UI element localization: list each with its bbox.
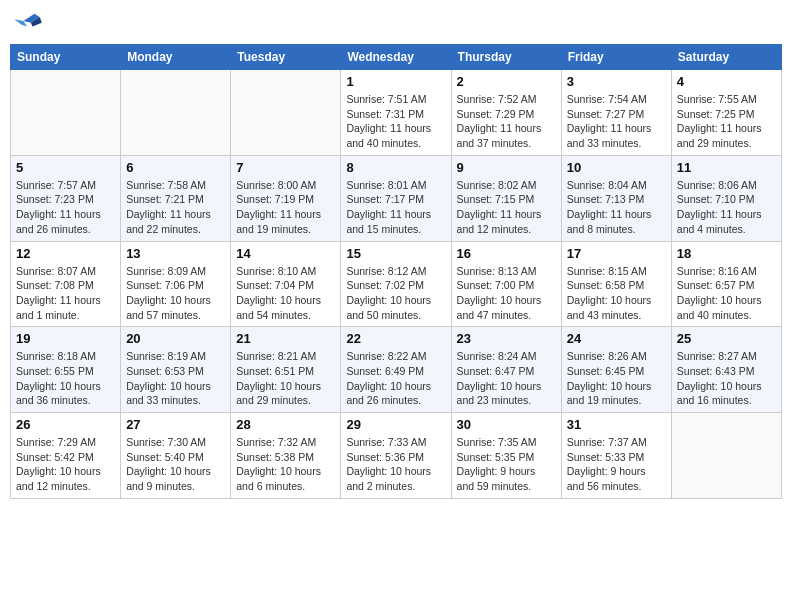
day-number: 22 bbox=[346, 331, 445, 346]
day-number: 26 bbox=[16, 417, 115, 432]
calendar-cell: 19Sunrise: 8:18 AMSunset: 6:55 PMDayligh… bbox=[11, 327, 121, 413]
calendar-cell bbox=[121, 70, 231, 156]
day-number: 20 bbox=[126, 331, 225, 346]
calendar-week-row: 5Sunrise: 7:57 AMSunset: 7:23 PMDaylight… bbox=[11, 155, 782, 241]
calendar-week-row: 12Sunrise: 8:07 AMSunset: 7:08 PMDayligh… bbox=[11, 241, 782, 327]
day-detail: Sunrise: 8:21 AMSunset: 6:51 PMDaylight:… bbox=[236, 349, 335, 408]
day-detail: Sunrise: 8:18 AMSunset: 6:55 PMDaylight:… bbox=[16, 349, 115, 408]
day-number: 24 bbox=[567, 331, 666, 346]
day-of-week-header: Friday bbox=[561, 45, 671, 70]
calendar-cell: 14Sunrise: 8:10 AMSunset: 7:04 PMDayligh… bbox=[231, 241, 341, 327]
day-detail: Sunrise: 7:55 AMSunset: 7:25 PMDaylight:… bbox=[677, 92, 776, 151]
calendar-header-row: SundayMondayTuesdayWednesdayThursdayFrid… bbox=[11, 45, 782, 70]
day-detail: Sunrise: 8:09 AMSunset: 7:06 PMDaylight:… bbox=[126, 264, 225, 323]
day-number: 19 bbox=[16, 331, 115, 346]
logo-icon bbox=[14, 10, 42, 32]
day-detail: Sunrise: 8:00 AMSunset: 7:19 PMDaylight:… bbox=[236, 178, 335, 237]
calendar-cell: 20Sunrise: 8:19 AMSunset: 6:53 PMDayligh… bbox=[121, 327, 231, 413]
calendar-cell: 11Sunrise: 8:06 AMSunset: 7:10 PMDayligh… bbox=[671, 155, 781, 241]
day-of-week-header: Thursday bbox=[451, 45, 561, 70]
day-detail: Sunrise: 8:16 AMSunset: 6:57 PMDaylight:… bbox=[677, 264, 776, 323]
day-number: 30 bbox=[457, 417, 556, 432]
day-detail: Sunrise: 7:33 AMSunset: 5:36 PMDaylight:… bbox=[346, 435, 445, 494]
day-detail: Sunrise: 7:37 AMSunset: 5:33 PMDaylight:… bbox=[567, 435, 666, 494]
calendar-cell: 30Sunrise: 7:35 AMSunset: 5:35 PMDayligh… bbox=[451, 413, 561, 499]
day-number: 1 bbox=[346, 74, 445, 89]
day-number: 23 bbox=[457, 331, 556, 346]
calendar-cell bbox=[671, 413, 781, 499]
calendar-cell: 3Sunrise: 7:54 AMSunset: 7:27 PMDaylight… bbox=[561, 70, 671, 156]
calendar-cell: 8Sunrise: 8:01 AMSunset: 7:17 PMDaylight… bbox=[341, 155, 451, 241]
page-header bbox=[10, 10, 782, 36]
day-detail: Sunrise: 8:15 AMSunset: 6:58 PMDaylight:… bbox=[567, 264, 666, 323]
day-number: 11 bbox=[677, 160, 776, 175]
day-detail: Sunrise: 8:04 AMSunset: 7:13 PMDaylight:… bbox=[567, 178, 666, 237]
day-number: 8 bbox=[346, 160, 445, 175]
calendar-cell: 5Sunrise: 7:57 AMSunset: 7:23 PMDaylight… bbox=[11, 155, 121, 241]
day-of-week-header: Monday bbox=[121, 45, 231, 70]
day-number: 5 bbox=[16, 160, 115, 175]
calendar-cell: 28Sunrise: 7:32 AMSunset: 5:38 PMDayligh… bbox=[231, 413, 341, 499]
calendar-week-row: 19Sunrise: 8:18 AMSunset: 6:55 PMDayligh… bbox=[11, 327, 782, 413]
calendar-table: SundayMondayTuesdayWednesdayThursdayFrid… bbox=[10, 44, 782, 499]
calendar-cell: 7Sunrise: 8:00 AMSunset: 7:19 PMDaylight… bbox=[231, 155, 341, 241]
day-detail: Sunrise: 8:19 AMSunset: 6:53 PMDaylight:… bbox=[126, 349, 225, 408]
day-number: 21 bbox=[236, 331, 335, 346]
day-detail: Sunrise: 8:26 AMSunset: 6:45 PMDaylight:… bbox=[567, 349, 666, 408]
calendar-cell: 2Sunrise: 7:52 AMSunset: 7:29 PMDaylight… bbox=[451, 70, 561, 156]
calendar-cell bbox=[231, 70, 341, 156]
logo bbox=[14, 10, 44, 36]
day-number: 3 bbox=[567, 74, 666, 89]
day-detail: Sunrise: 7:51 AMSunset: 7:31 PMDaylight:… bbox=[346, 92, 445, 151]
day-detail: Sunrise: 8:22 AMSunset: 6:49 PMDaylight:… bbox=[346, 349, 445, 408]
calendar-cell: 29Sunrise: 7:33 AMSunset: 5:36 PMDayligh… bbox=[341, 413, 451, 499]
day-detail: Sunrise: 7:57 AMSunset: 7:23 PMDaylight:… bbox=[16, 178, 115, 237]
day-of-week-header: Tuesday bbox=[231, 45, 341, 70]
day-number: 25 bbox=[677, 331, 776, 346]
day-detail: Sunrise: 8:06 AMSunset: 7:10 PMDaylight:… bbox=[677, 178, 776, 237]
day-detail: Sunrise: 8:07 AMSunset: 7:08 PMDaylight:… bbox=[16, 264, 115, 323]
day-detail: Sunrise: 8:24 AMSunset: 6:47 PMDaylight:… bbox=[457, 349, 556, 408]
day-of-week-header: Saturday bbox=[671, 45, 781, 70]
day-detail: Sunrise: 7:58 AMSunset: 7:21 PMDaylight:… bbox=[126, 178, 225, 237]
day-number: 10 bbox=[567, 160, 666, 175]
day-detail: Sunrise: 7:35 AMSunset: 5:35 PMDaylight:… bbox=[457, 435, 556, 494]
day-detail: Sunrise: 8:01 AMSunset: 7:17 PMDaylight:… bbox=[346, 178, 445, 237]
calendar-cell: 15Sunrise: 8:12 AMSunset: 7:02 PMDayligh… bbox=[341, 241, 451, 327]
calendar-cell: 23Sunrise: 8:24 AMSunset: 6:47 PMDayligh… bbox=[451, 327, 561, 413]
day-number: 28 bbox=[236, 417, 335, 432]
day-detail: Sunrise: 8:27 AMSunset: 6:43 PMDaylight:… bbox=[677, 349, 776, 408]
day-number: 16 bbox=[457, 246, 556, 261]
day-number: 13 bbox=[126, 246, 225, 261]
calendar-cell bbox=[11, 70, 121, 156]
day-detail: Sunrise: 8:12 AMSunset: 7:02 PMDaylight:… bbox=[346, 264, 445, 323]
day-detail: Sunrise: 7:30 AMSunset: 5:40 PMDaylight:… bbox=[126, 435, 225, 494]
day-detail: Sunrise: 7:54 AMSunset: 7:27 PMDaylight:… bbox=[567, 92, 666, 151]
day-number: 7 bbox=[236, 160, 335, 175]
calendar-week-row: 26Sunrise: 7:29 AMSunset: 5:42 PMDayligh… bbox=[11, 413, 782, 499]
calendar-cell: 6Sunrise: 7:58 AMSunset: 7:21 PMDaylight… bbox=[121, 155, 231, 241]
calendar-cell: 17Sunrise: 8:15 AMSunset: 6:58 PMDayligh… bbox=[561, 241, 671, 327]
day-number: 31 bbox=[567, 417, 666, 432]
calendar-cell: 13Sunrise: 8:09 AMSunset: 7:06 PMDayligh… bbox=[121, 241, 231, 327]
day-detail: Sunrise: 8:02 AMSunset: 7:15 PMDaylight:… bbox=[457, 178, 556, 237]
calendar-cell: 9Sunrise: 8:02 AMSunset: 7:15 PMDaylight… bbox=[451, 155, 561, 241]
calendar-cell: 16Sunrise: 8:13 AMSunset: 7:00 PMDayligh… bbox=[451, 241, 561, 327]
calendar-cell: 10Sunrise: 8:04 AMSunset: 7:13 PMDayligh… bbox=[561, 155, 671, 241]
day-number: 12 bbox=[16, 246, 115, 261]
day-detail: Sunrise: 7:29 AMSunset: 5:42 PMDaylight:… bbox=[16, 435, 115, 494]
day-detail: Sunrise: 7:52 AMSunset: 7:29 PMDaylight:… bbox=[457, 92, 556, 151]
day-number: 27 bbox=[126, 417, 225, 432]
calendar-cell: 22Sunrise: 8:22 AMSunset: 6:49 PMDayligh… bbox=[341, 327, 451, 413]
day-number: 17 bbox=[567, 246, 666, 261]
day-detail: Sunrise: 7:32 AMSunset: 5:38 PMDaylight:… bbox=[236, 435, 335, 494]
calendar-cell: 12Sunrise: 8:07 AMSunset: 7:08 PMDayligh… bbox=[11, 241, 121, 327]
day-number: 18 bbox=[677, 246, 776, 261]
day-number: 29 bbox=[346, 417, 445, 432]
calendar-cell: 31Sunrise: 7:37 AMSunset: 5:33 PMDayligh… bbox=[561, 413, 671, 499]
day-of-week-header: Sunday bbox=[11, 45, 121, 70]
day-number: 4 bbox=[677, 74, 776, 89]
day-number: 9 bbox=[457, 160, 556, 175]
calendar-cell: 18Sunrise: 8:16 AMSunset: 6:57 PMDayligh… bbox=[671, 241, 781, 327]
calendar-cell: 21Sunrise: 8:21 AMSunset: 6:51 PMDayligh… bbox=[231, 327, 341, 413]
